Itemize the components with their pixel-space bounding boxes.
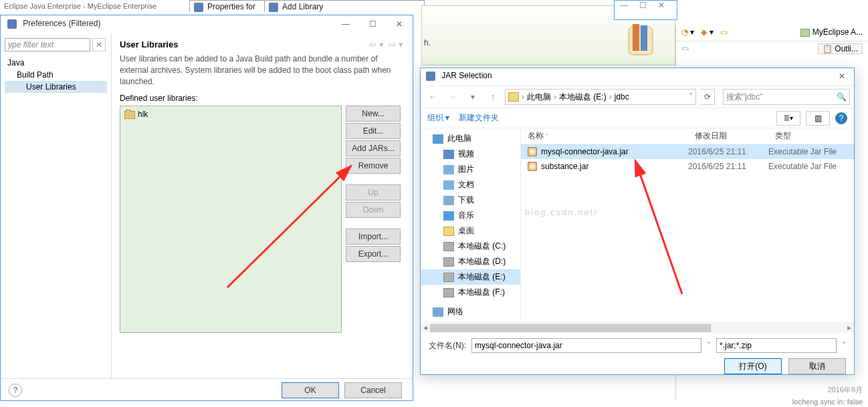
breadcrumb-pc[interactable]: 此电脑 [527,92,551,103]
tree-drive-f[interactable]: 本地磁盘 (F:) [421,285,520,300]
page-heading: User Libraries [120,39,178,49]
nav-recent-button[interactable]: ▾ [465,89,481,105]
scroll-left-icon[interactable]: ◂ [421,323,430,333]
drive-icon [443,257,454,267]
preview-pane-button[interactable]: ▥ [806,111,830,126]
tree-network[interactable]: 网络 [421,304,520,319]
new-button[interactable]: New... [346,106,401,122]
ide-toolbar-row-2: ▭ 📋 Outli... [676,41,868,57]
tree-item-java[interactable]: Java [5,57,107,69]
help-icon[interactable]: ? [835,112,847,124]
tree-item-build-path[interactable]: Build Path [5,69,107,81]
file-list-panel: 名称 ˄ 修改日期 类型 mysql-connector-java.jar 20… [521,128,854,322]
back-icon[interactable]: ⇦ [369,39,376,49]
view-mode-button[interactable]: ☰▾ [776,111,800,126]
up-button: Up [346,184,401,200]
preferences-sidebar: ✕ Java Build Path User Libraries [1,34,112,378]
edit-button[interactable]: Edit... [346,123,401,139]
cancel-button[interactable]: 取消 [788,358,846,374]
close-button[interactable]: ✕ [830,68,854,86]
new-folder-button[interactable]: 新建文件夹 [459,112,499,124]
col-type[interactable]: 类型 [768,130,854,142]
tree-videos[interactable]: 视频 [421,146,520,162]
tree-music[interactable]: 音乐 [421,208,520,223]
filename-label: 文件名(N): [429,340,466,352]
tree-documents[interactable]: 文档 [421,177,520,192]
drive-icon [443,273,454,282]
jar-file-icon [528,162,537,171]
downloads-icon [443,196,454,205]
horizontal-scrollbar[interactable]: ◂ ▸ [421,322,854,333]
breadcrumb-drive[interactable]: 本地磁盘 (E:) [559,92,607,103]
documents-icon [443,180,454,190]
breadcrumb-bar[interactable]: › 此电脑 › 本地磁盘 (E:) › jdbc ˅ [505,89,696,105]
jar-selection-dialog: JAR Selection ✕ ← → ▾ ↑ › 此电脑 › 本地磁盘 (E:… [420,67,855,375]
tree-pictures[interactable]: 图片 [421,162,520,177]
tree-this-pc[interactable]: 此电脑 [421,131,520,146]
refresh-button[interactable]: ⟳ [700,89,715,105]
tree-drive-d[interactable]: 本地磁盘 (D:) [421,254,520,269]
folder-tree[interactable]: 此电脑 视频 图片 文档 下载 音乐 桌面 本地磁盘 (C:) 本地磁盘 (D:… [421,128,521,322]
export-button[interactable]: Export... [346,246,401,262]
page-description: User libraries can be added to a Java Bu… [120,53,405,87]
tree-item-user-libraries[interactable]: User Libraries [5,81,107,93]
ok-button[interactable]: OK [282,382,339,398]
minimize-button[interactable]: — [332,15,359,33]
myeclipse-tab-label[interactable]: MyEclipse A... [812,27,863,37]
eclipse-icon [7,19,17,29]
tree-drive-c[interactable]: 本地磁盘 (C:) [421,239,520,254]
maximize-icon[interactable]: ☐ [633,1,652,10]
col-date[interactable]: 修改日期 [688,130,768,142]
jar-dialog-title: JAR Selection [441,71,492,80]
cancel-button[interactable]: Cancel [344,382,402,398]
status-date: 2016年9月 [827,385,863,395]
remove-button[interactable]: Remove [346,158,401,174]
col-name[interactable]: 名称 ˄ [521,130,688,142]
breadcrumb-dropdown-icon[interactable]: ˅ [689,92,693,102]
file-list-header[interactable]: 名称 ˄ 修改日期 类型 [521,128,854,144]
add-library-window-title: Add Library [264,0,425,12]
help-button[interactable]: ? [9,384,22,397]
tree-desktop[interactable]: 桌面 [421,223,520,239]
drive-icon [443,288,454,297]
breadcrumb-folder[interactable]: jdbc [615,92,629,102]
nav-forward-button: → [445,89,461,105]
organize-menu[interactable]: 组织 ▾ [427,112,449,124]
outline-tab-label[interactable]: 📋 Outli... [818,43,863,54]
nav-back-button[interactable]: ← [425,89,441,105]
scroll-right-icon[interactable]: ▸ [845,323,854,333]
network-icon [433,307,443,317]
defined-libs-label: Defined user libraries: [120,94,405,103]
video-icon [443,150,454,159]
nav-up-button[interactable]: ↑ [485,89,501,105]
forward-icon[interactable]: ⇨ [389,39,396,49]
preferences-dialog: Preferences (Filtered) — ☐ ✕ ✕ Java Buil… [0,15,413,401]
scrollbar-thumb[interactable] [430,324,711,332]
svg-rect-2 [641,25,647,51]
file-row-substance[interactable]: substance.jar 2016/6/25 21:11 Executable… [521,159,854,174]
libraries-list[interactable]: hlk [120,106,342,333]
search-input[interactable]: 搜索"jdbc" 🔍 [723,89,850,105]
svg-rect-1 [633,24,639,51]
books-icon [626,23,658,57]
tree-downloads[interactable]: 下载 [421,192,520,208]
file-row-mysql-connector[interactable]: mysql-connector-java.jar 2016/6/25 21:11… [521,144,854,159]
filter-text-input[interactable] [5,38,90,51]
close-icon[interactable]: ✕ [652,1,671,10]
library-icon [124,111,135,119]
preferences-footer: ? OK Cancel [1,378,413,401]
jar-file-icon [528,147,537,156]
search-icon: 🔍 [837,92,847,102]
maximize-button[interactable]: ☐ [359,15,386,33]
close-button[interactable]: ✕ [386,15,413,33]
add-jars-button[interactable]: Add JARs... [346,140,401,156]
import-button[interactable]: Import... [346,229,401,245]
file-filter-select[interactable] [716,338,837,353]
jar-toolbar: 组织 ▾ 新建文件夹 ☰▾ ▥ ? [421,108,854,128]
minimize-icon[interactable]: — [615,1,633,10]
library-item-hlk[interactable]: hlk [123,109,338,120]
open-button[interactable]: 打开(O) [724,358,782,374]
clear-filter-button[interactable]: ✕ [92,38,106,51]
tree-drive-e[interactable]: 本地磁盘 (E:) [421,269,520,285]
filename-input[interactable] [471,338,701,353]
